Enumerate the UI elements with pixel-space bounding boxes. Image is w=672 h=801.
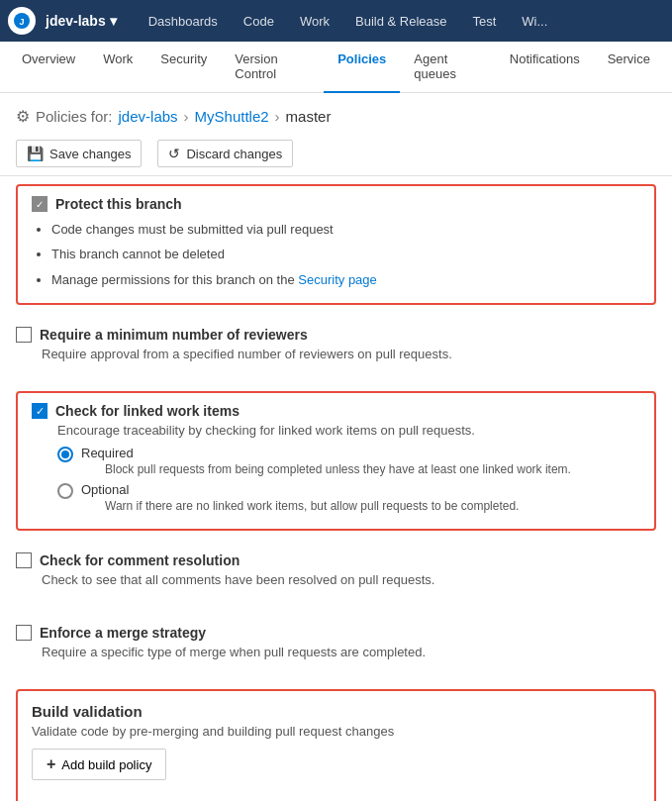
radio-optional-desc: Warn if there are no linked work items, … [105, 499, 519, 513]
min-reviewers-checkbox[interactable] [16, 327, 32, 343]
nav-item-work[interactable]: Work [288, 0, 341, 42]
tab-policies[interactable]: Policies [324, 42, 400, 93]
tab-security[interactable]: Security [146, 42, 221, 93]
security-page-link[interactable]: Security page [298, 272, 377, 287]
top-nav-items: Dashboards Code Work Build & Release Tes… [137, 0, 664, 42]
min-reviewers-title: Require a minimum number of reviewers [40, 327, 308, 343]
merge-strategy-desc: Require a specific type of merge when pu… [42, 645, 656, 659]
tab-notifications[interactable]: Notifications [496, 42, 594, 93]
linked-work-options: Required Block pull requests from being … [57, 446, 640, 513]
tab-work[interactable]: Work [89, 42, 146, 93]
merge-strategy-section: Enforce a merge strategy Require a speci… [16, 617, 656, 675]
merge-strategy-title: Enforce a merge strategy [40, 625, 206, 641]
linked-work-section: Check for linked work items Encourage tr… [16, 391, 656, 531]
protect-branch-title: Protect this branch [55, 196, 182, 212]
min-reviewers-section: Require a minimum number of reviewers Re… [16, 319, 656, 377]
second-navbar: Overview Work Security Version Control P… [0, 42, 672, 93]
radio-optional[interactable] [57, 483, 73, 499]
protect-branch-checkbox[interactable] [32, 196, 48, 212]
min-reviewers-desc: Require approval from a specified number… [42, 347, 656, 361]
bullet-no-delete: This branch cannot be deleted [51, 243, 640, 265]
save-icon: 💾 [27, 146, 44, 161]
policies-icon: ⚙ [16, 107, 30, 126]
nav-item-code[interactable]: Code [232, 0, 286, 42]
chevron-down-icon: ▾ [110, 13, 117, 29]
comment-resolution-desc: Check to see that all comments have been… [42, 572, 656, 587]
comment-resolution-section: Check for comment resolution Check to se… [16, 545, 656, 603]
radio-optional-item: Optional Warn if there are no linked wor… [57, 482, 640, 513]
tab-overview[interactable]: Overview [8, 42, 89, 93]
protect-branch-section: Protect this branch Code changes must be… [16, 184, 656, 305]
tab-version-control[interactable]: Version Control [221, 42, 324, 93]
tab-agent-queues[interactable]: Agent queues [400, 42, 496, 93]
radio-required-item: Required Block pull requests from being … [57, 446, 640, 476]
plus-icon: + [47, 755, 55, 773]
toolbar: 💾 Save changes ↺ Discard changes [0, 132, 672, 176]
breadcrumb-org[interactable]: jdev-labs [119, 108, 178, 125]
linked-work-title: Check for linked work items [55, 403, 240, 419]
tab-service[interactable]: Service [594, 42, 664, 93]
linked-work-desc: Encourage traceability by checking for l… [57, 423, 640, 438]
org-logo: J [8, 7, 36, 35]
radio-required-label: Required [81, 446, 571, 460]
save-changes-button[interactable]: 💾 Save changes [16, 140, 142, 167]
build-validation-section: Build validation Validate code by pre-me… [16, 689, 656, 801]
add-build-policy-button[interactable]: + Add build policy [32, 749, 166, 780]
merge-strategy-checkbox[interactable] [16, 625, 32, 641]
svg-text:J: J [19, 17, 24, 27]
radio-required[interactable] [57, 447, 73, 462]
protect-branch-bullets: Code changes must be submitted via pull … [32, 218, 640, 291]
breadcrumb: ⚙ Policies for: jdev-labs › MyShuttle2 ›… [0, 93, 672, 132]
bullet-permissions: Manage permissions for this branch on th… [51, 268, 640, 291]
nav-item-wiki[interactable]: Wi... [510, 0, 559, 42]
col-header-requirement: Requirement [224, 794, 378, 801]
org-name[interactable]: jdev-labs ▾ [46, 13, 117, 29]
breadcrumb-project[interactable]: MyShuttle2 [195, 108, 269, 125]
discard-icon: ↺ [168, 146, 180, 161]
build-policy-table: Build definition Requirement Expiration [32, 794, 640, 801]
top-navbar: J jdev-labs ▾ Dashboards Code Work Build… [0, 0, 672, 42]
nav-item-build-release[interactable]: Build & Release [343, 0, 459, 42]
radio-optional-label: Optional [81, 482, 519, 497]
nav-item-dashboards[interactable]: Dashboards [137, 0, 230, 42]
build-validation-title: Build validation [32, 703, 640, 720]
discard-changes-button[interactable]: ↺ Discard changes [157, 140, 293, 167]
bullet-pull-request: Code changes must be submitted via pull … [51, 218, 640, 241]
radio-required-desc: Block pull requests from being completed… [105, 462, 571, 476]
comment-resolution-checkbox[interactable] [16, 552, 32, 568]
col-header-definition: Build definition [32, 794, 224, 801]
comment-resolution-title: Check for comment resolution [40, 552, 240, 568]
build-validation-desc: Validate code by pre-merging and buildin… [32, 724, 640, 739]
breadcrumb-branch: master [286, 108, 332, 125]
nav-item-test[interactable]: Test [461, 0, 509, 42]
main-content: Protect this branch Code changes must be… [0, 176, 672, 801]
col-header-expiration: Expiration [378, 794, 640, 801]
linked-work-checkbox[interactable] [32, 403, 48, 419]
